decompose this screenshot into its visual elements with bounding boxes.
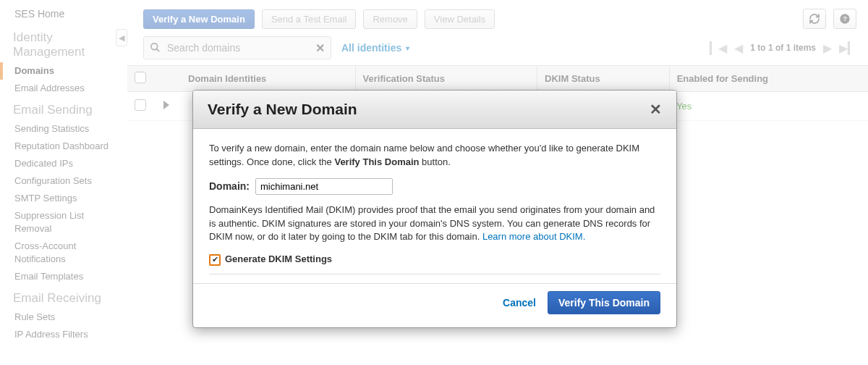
- generate-dkim-checkbox[interactable]: ✔ Generate DKIM Settings: [209, 253, 660, 267]
- domain-label: Domain:: [209, 179, 250, 193]
- checkbox-icon: ✔: [209, 254, 221, 266]
- modal-title: Verify a New Domain: [208, 101, 357, 118]
- domain-field-row: Domain:: [209, 178, 660, 195]
- modal-intro-strong: Verify This Domain: [334, 156, 419, 167]
- cancel-button[interactable]: Cancel: [503, 297, 536, 309]
- dkim-description-text: DomainKeys Identified Mail (DKIM) provid…: [209, 204, 655, 243]
- modal-intro-text-b: button.: [419, 156, 450, 167]
- domain-input[interactable]: [255, 178, 393, 195]
- verify-this-domain-button[interactable]: Verify This Domain: [548, 291, 660, 314]
- modal-header: Verify a New Domain ✕: [193, 91, 676, 129]
- modal-body: To verify a new domain, enter the domain…: [193, 129, 676, 280]
- generate-dkim-label: Generate DKIM Settings: [225, 253, 332, 267]
- close-icon[interactable]: ✕: [650, 101, 662, 118]
- dkim-description: DomainKeys Identified Mail (DKIM) provid…: [209, 204, 660, 245]
- modal-footer: Cancel Verify This Domain: [193, 283, 676, 327]
- modal-intro: To verify a new domain, enter the domain…: [209, 142, 660, 169]
- verify-domain-modal: Verify a New Domain ✕ To verify a new do…: [192, 90, 677, 328]
- modal-divider: [209, 274, 660, 274]
- learn-more-link[interactable]: Learn more about DKIM.: [482, 231, 585, 242]
